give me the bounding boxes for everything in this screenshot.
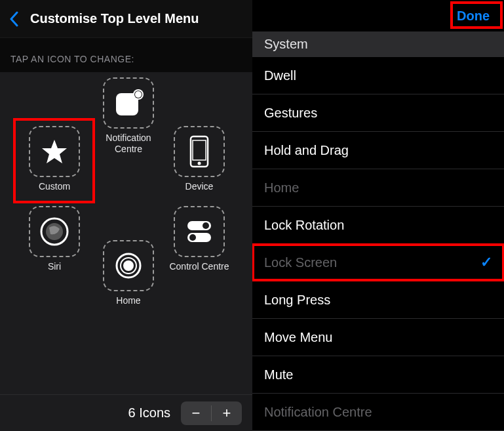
list-item-label: Dwell	[264, 68, 296, 83]
menu-item-device[interactable]: Device	[166, 126, 232, 192]
list-item-home[interactable]: Home	[252, 169, 504, 207]
bottom-toolbar: 6 Icons − +	[0, 394, 252, 431]
list-item-label: Home	[264, 180, 299, 195]
menu-item-notification-centre[interactable]: Notification Centre	[96, 77, 161, 155]
menu-label: Siri	[48, 261, 61, 272]
home-icon	[103, 240, 154, 291]
siri-icon	[29, 206, 80, 257]
stepper-minus-button[interactable]: −	[181, 401, 211, 425]
device-icon	[174, 126, 225, 177]
menu-item-control-centre[interactable]: Control Centre	[166, 206, 232, 272]
left-pane: Customise Top Level Menu TAP AN ICON TO …	[0, 0, 252, 431]
svg-point-12	[189, 234, 196, 241]
menu-label: Home	[116, 295, 140, 306]
svg-point-6	[198, 162, 201, 165]
svg-point-10	[203, 222, 209, 229]
menu-item-siri[interactable]: Siri	[22, 206, 87, 272]
menu-label: Control Centre	[169, 261, 229, 272]
list-item-label: Lock Rotation	[264, 218, 344, 233]
menu-label: Custom	[39, 181, 70, 192]
checkmark-icon: ✓	[480, 254, 492, 271]
list-item-mute[interactable]: Mute	[252, 356, 504, 394]
list-item-long-press[interactable]: Long Press	[252, 281, 504, 319]
list-item-hold-and-drag[interactable]: Hold and Drag	[252, 132, 504, 169]
list-item-label: Move Menu	[264, 330, 333, 345]
list-item-label: Notification Centre	[264, 405, 372, 420]
list-item-lock-screen[interactable]: Lock Screen ✓	[252, 244, 504, 281]
svg-rect-5	[193, 140, 206, 160]
list-item-dwell[interactable]: Dwell	[252, 57, 504, 94]
section-hint: TAP AN ICON TO CHANGE:	[0, 38, 252, 72]
icon-count-stepper: − +	[181, 401, 242, 425]
list-item-move-menu[interactable]: Move Menu	[252, 319, 504, 356]
list-item-gestures[interactable]: Gestures	[252, 94, 504, 132]
svg-point-15	[123, 260, 134, 271]
menu-label: Device	[185, 181, 214, 192]
options-list: Dwell Gestures Hold and Drag Home Lock R…	[252, 57, 504, 431]
star-icon	[29, 126, 80, 177]
right-pane: Done System Dwell Gestures Hold and Drag…	[252, 0, 504, 431]
page-title: Customise Top Level Menu	[30, 11, 199, 26]
stepper-plus-button[interactable]: +	[212, 401, 242, 425]
back-chevron-icon[interactable]	[9, 11, 18, 27]
menu-item-home[interactable]: Home	[96, 240, 161, 306]
menu-item-custom[interactable]: Custom	[22, 126, 87, 192]
list-item-notification-centre[interactable]: Notification Centre	[252, 394, 504, 431]
list-item-label: Lock Screen	[264, 255, 337, 270]
icon-count-label: 6 Icons	[128, 405, 170, 421]
svg-point-3	[135, 91, 142, 98]
list-item-label: Mute	[264, 367, 293, 382]
list-item-label: Hold and Drag	[264, 143, 349, 158]
radial-menu-area: Notification Centre Custom Device	[0, 72, 252, 431]
menu-label: Notification Centre	[96, 133, 161, 155]
list-item-label: Long Press	[264, 293, 330, 308]
list-item-lock-rotation[interactable]: Lock Rotation	[252, 207, 504, 244]
notification-centre-icon	[103, 77, 154, 129]
list-item-label: Gestures	[264, 106, 317, 121]
done-button[interactable]: Done	[457, 9, 490, 24]
control-centre-icon	[174, 206, 225, 257]
nav-header: Customise Top Level Menu	[0, 0, 252, 38]
right-header: Done	[252, 0, 504, 31]
section-header-system: System	[252, 31, 504, 57]
